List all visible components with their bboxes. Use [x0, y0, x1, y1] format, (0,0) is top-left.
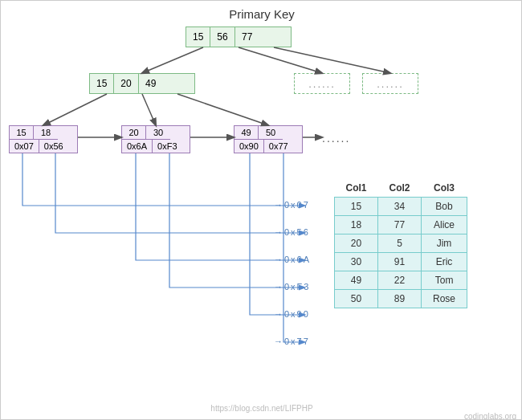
- l2-cell-2: 49: [139, 74, 163, 93]
- svg-line-0: [142, 47, 203, 73]
- watermark: https://blog.csdn.net/LIFPHP: [210, 404, 312, 413]
- l2-cell-0: 15: [90, 74, 114, 93]
- leaf0-bot-1: 0x56: [39, 140, 68, 153]
- ptr-5: →0x77: [274, 336, 310, 346]
- dashed-box-1: ......: [294, 73, 350, 94]
- leaf1-top-0: 20: [122, 126, 146, 140]
- ptr-0: →0x07: [274, 200, 310, 210]
- leaf-dots: ......: [322, 132, 350, 145]
- svg-line-2: [274, 47, 390, 73]
- diagram-container: Primary Key 15 56 77 15 20 49 ...... ...…: [1, 1, 522, 420]
- leaf0-top-0: 15: [10, 126, 34, 140]
- table-cell-4-2: Tom: [422, 271, 467, 290]
- table-cell-5-0: 50: [335, 290, 378, 308]
- table-row: 205Jim: [335, 234, 467, 253]
- table-cell-4-1: 22: [378, 271, 422, 290]
- leaf-node-2: 49 50 0x90 0x77: [234, 125, 303, 153]
- level2-node: 15 20 49: [89, 73, 195, 94]
- table-cell-0-0: 15: [335, 198, 378, 216]
- page-title: Primary Key: [1, 7, 522, 21]
- table-row: 5089Rose: [335, 290, 467, 308]
- table-cell-2-1: 5: [378, 234, 422, 253]
- root-cell-2: 77: [235, 27, 259, 47]
- col-header-2: Col3: [422, 179, 467, 198]
- table-cell-3-1: 91: [378, 253, 422, 271]
- l2-cell-1: 20: [114, 74, 138, 93]
- leaf0-top-1: 18: [34, 126, 58, 140]
- leaf1-bot-0: 0x6A: [122, 140, 153, 153]
- leaf1-top-1: 30: [146, 126, 170, 140]
- dashed-box-2: ......: [362, 73, 418, 94]
- leaf0-bot-0: 0x07: [10, 140, 39, 153]
- svg-line-1: [239, 47, 322, 73]
- root-cell-0: 15: [186, 27, 210, 47]
- leaf1-bot-1: 0xF3: [153, 140, 181, 153]
- table-cell-1-0: 18: [335, 216, 378, 234]
- table-cell-1-2: Alice: [422, 216, 467, 234]
- table-cell-1-1: 77: [378, 216, 422, 234]
- leaf2-top-0: 49: [234, 126, 259, 140]
- ptr-4: →0x90: [274, 309, 310, 319]
- table-row: 1877Alice: [335, 216, 467, 234]
- data-table: Col1 Col2 Col3 1534Bob1877Alice205Jim309…: [334, 179, 467, 308]
- leaf2-top-1: 50: [259, 126, 283, 140]
- root-cell-1: 56: [210, 27, 234, 47]
- ptr-3: →0xF3: [274, 282, 310, 292]
- table-row: 4922Tom: [335, 271, 467, 290]
- table-row: 3091Eric: [335, 253, 467, 271]
- table-cell-5-2: Rose: [422, 290, 467, 308]
- leaf-node-1: 20 30 0x6A 0xF3: [121, 125, 190, 153]
- root-node: 15 56 77: [186, 27, 292, 47]
- col-header-1: Col2: [378, 179, 422, 198]
- svg-line-4: [142, 94, 156, 125]
- table-cell-4-0: 49: [335, 271, 378, 290]
- col-header-0: Col1: [335, 179, 378, 198]
- table-cell-0-2: Bob: [422, 198, 467, 216]
- table-cell-2-2: Jim: [422, 234, 467, 253]
- ptr-2: →0x6A: [274, 255, 311, 264]
- leaf2-bot-1: 0x77: [264, 140, 293, 153]
- table-cell-5-1: 89: [378, 290, 422, 308]
- ptr-1: →0x56: [274, 227, 310, 237]
- svg-line-3: [43, 94, 107, 125]
- watermark2: codinglabs.org: [464, 412, 516, 420]
- svg-line-5: [177, 94, 268, 125]
- table-row: 1534Bob: [335, 198, 467, 216]
- leaf2-bot-0: 0x90: [234, 140, 264, 153]
- table-cell-3-0: 30: [335, 253, 378, 271]
- table-cell-2-0: 20: [335, 234, 378, 253]
- table-cell-3-2: Eric: [422, 253, 467, 271]
- table-cell-0-1: 34: [378, 198, 422, 216]
- leaf-node-0: 15 18 0x07 0x56: [9, 125, 78, 153]
